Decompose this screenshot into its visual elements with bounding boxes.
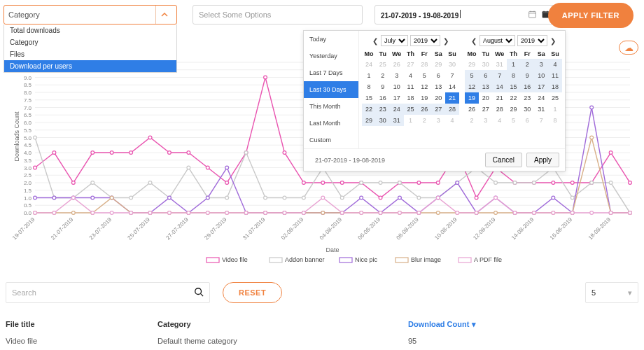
calendar-day[interactable]: 6: [431, 70, 445, 81]
calendar-day[interactable]: 18: [548, 81, 562, 92]
calendar-day[interactable]: 29: [362, 115, 376, 126]
calendar-day[interactable]: 31: [390, 115, 404, 126]
multi-select[interactable]: Select Some Options: [192, 5, 363, 24]
calendar-day[interactable]: 21: [493, 92, 507, 104]
calendar-day[interactable]: 24: [534, 92, 548, 104]
calendar-day[interactable]: 20: [431, 92, 445, 104]
calendar-day[interactable]: 14: [493, 81, 507, 92]
calendar-day[interactable]: 15: [507, 81, 521, 92]
calendar-day[interactable]: 16: [376, 92, 390, 104]
calendar-day[interactable]: 4: [404, 70, 418, 81]
prev-month-icon[interactable]: ❮: [470, 37, 477, 45]
svg-text:4.0: 4.0: [24, 150, 32, 156]
calendar-day[interactable]: 19: [417, 92, 431, 104]
calendar-day[interactable]: 14: [445, 81, 459, 92]
calendar-day[interactable]: 28: [445, 104, 459, 115]
calendar-day[interactable]: 17: [390, 92, 404, 104]
calendar-day[interactable]: 23: [520, 92, 534, 104]
calendar-day[interactable]: 3: [390, 70, 404, 81]
calendar-day[interactable]: 18: [404, 92, 418, 104]
calendar-day[interactable]: 16: [520, 81, 534, 92]
category-select[interactable]: Category: [4, 5, 177, 24]
date-range-preset[interactable]: Last 30 Days: [304, 81, 358, 98]
date-range-input[interactable]: 21-07-2019 - 19-08-2019: [374, 5, 556, 24]
month-select-left[interactable]: July: [381, 35, 408, 46]
calendar-day[interactable]: 5: [417, 70, 431, 81]
calendar-day[interactable]: 6: [479, 70, 493, 81]
calendar-day[interactable]: 30: [520, 104, 534, 115]
th-category[interactable]: Category: [158, 320, 408, 328]
cloud-download-button[interactable]: ☁: [619, 41, 638, 55]
calendar-day[interactable]: 4: [548, 59, 562, 70]
date-range-preset[interactable]: This Month: [304, 98, 358, 115]
calendar-day[interactable]: 8: [507, 70, 521, 81]
date-range-preset[interactable]: Yesterday: [304, 48, 358, 64]
date-range-preset[interactable]: Custom: [304, 132, 358, 148]
category-option[interactable]: Download per users: [4, 60, 176, 72]
calendar-day[interactable]: 27: [479, 104, 493, 115]
date-cancel-button[interactable]: Cancel: [485, 153, 522, 167]
date-range-preset[interactable]: Last 7 Days: [304, 64, 358, 81]
category-dropdown[interactable]: Total downloadsCategoryFilesDownload per…: [4, 24, 177, 73]
calendar-day[interactable]: 19: [465, 92, 479, 104]
svg-point-116: [360, 181, 363, 185]
calendar-day[interactable]: 10: [390, 81, 404, 92]
calendar-day[interactable]: 15: [362, 92, 376, 104]
date-range-preset[interactable]: Today: [304, 31, 358, 48]
next-month-icon[interactable]: ❯: [550, 37, 556, 45]
th-download-count[interactable]: Download Count ▾: [408, 320, 618, 329]
calendar-day[interactable]: 2: [376, 70, 390, 81]
calendar-day[interactable]: 12: [417, 81, 431, 92]
calendar-day[interactable]: 29: [507, 104, 521, 115]
calendar-day[interactable]: 13: [479, 81, 493, 92]
calendar-day[interactable]: 30: [376, 115, 390, 126]
apply-filter-button[interactable]: APPLY FILTER: [548, 3, 634, 28]
calendar-day[interactable]: 22: [507, 92, 521, 104]
calendar-day[interactable]: 1: [362, 70, 376, 81]
calendar-day[interactable]: 20: [479, 92, 493, 104]
calendar-day[interactable]: 27: [431, 104, 445, 115]
calendar-day[interactable]: 9: [520, 70, 534, 81]
category-option[interactable]: Category: [4, 36, 176, 48]
calendar-day[interactable]: 3: [534, 59, 548, 70]
svg-point-138: [168, 196, 172, 200]
calendar-day[interactable]: 28: [493, 104, 507, 115]
calendar-day[interactable]: 21: [445, 92, 459, 104]
next-month-icon[interactable]: ❯: [442, 37, 449, 45]
calendar-day[interactable]: 17: [534, 81, 548, 92]
calendar-day[interactable]: 24: [390, 104, 404, 115]
calendar-day[interactable]: 8: [362, 81, 376, 92]
calendar-day[interactable]: 23: [376, 104, 390, 115]
calendar-day[interactable]: 11: [548, 70, 562, 81]
calendar-day[interactable]: 2: [520, 59, 534, 70]
calendar-day[interactable]: 13: [431, 81, 445, 92]
search-input[interactable]: Search: [6, 282, 210, 303]
calendar-day[interactable]: 7: [493, 70, 507, 81]
calendar-day[interactable]: 25: [404, 104, 418, 115]
calendar-day[interactable]: 12: [465, 81, 479, 92]
category-option[interactable]: Total downloads: [4, 24, 176, 36]
date-range-preset[interactable]: Last Month: [304, 115, 358, 132]
calendar-day[interactable]: 5: [465, 70, 479, 81]
month-select-right[interactable]: August: [479, 35, 515, 46]
year-select-left[interactable]: 2019: [410, 35, 440, 46]
calendar-day: 30: [479, 59, 493, 70]
year-select-right[interactable]: 2019: [517, 35, 547, 46]
category-option[interactable]: Files: [4, 48, 176, 60]
prev-month-icon[interactable]: ❮: [372, 37, 379, 45]
calendar-day[interactable]: 31: [534, 104, 548, 115]
calendar-day[interactable]: 26: [465, 104, 479, 115]
date-apply-button[interactable]: Apply: [526, 153, 559, 167]
th-file-title[interactable]: File title: [4, 320, 158, 328]
calendar-day[interactable]: 1: [507, 59, 521, 70]
calendar-day[interactable]: 7: [445, 70, 459, 81]
reset-button[interactable]: RESET: [223, 282, 282, 303]
page-size-select[interactable]: 5 ▾: [585, 282, 638, 303]
calendar-day[interactable]: 11: [404, 81, 418, 92]
calendar-day[interactable]: 22: [362, 104, 376, 115]
calendar-day: 24: [362, 59, 376, 70]
calendar-day[interactable]: 9: [376, 81, 390, 92]
calendar-day[interactable]: 25: [548, 92, 562, 104]
calendar-day[interactable]: 10: [534, 70, 548, 81]
calendar-day[interactable]: 26: [417, 104, 431, 115]
